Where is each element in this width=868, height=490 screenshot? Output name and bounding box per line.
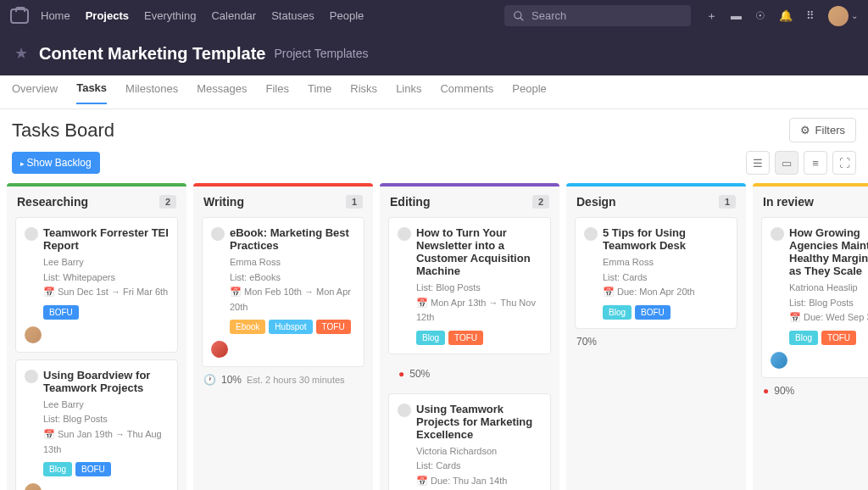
column-title: Writing xyxy=(203,195,244,209)
nav-everything[interactable]: Everything xyxy=(144,9,196,22)
column-count: 1 xyxy=(719,195,736,209)
column-in-review: In reviewHow Growing Agencies Maintain H… xyxy=(753,183,868,490)
avatar xyxy=(211,341,228,358)
card-title: Using Boardview for Teamwork Projects xyxy=(25,369,169,394)
column-editing: Editing2How to Turn Your Newsletter into… xyxy=(380,183,559,490)
card-title: 5 Tips for Using Teamwork Desk xyxy=(584,226,728,252)
task-card[interactable]: How Growing Agencies Maintain Healthy Ma… xyxy=(761,217,868,378)
column-progress: ●90% xyxy=(753,378,868,404)
column-header[interactable]: Writing1 xyxy=(193,187,373,217)
column-progress: ●50% xyxy=(388,361,551,387)
tab-overview[interactable]: Overview xyxy=(12,82,58,103)
card-meta: Victoria RichardsonList: Cards📅Due: Thu … xyxy=(398,444,542,489)
tag: Blog xyxy=(43,462,72,476)
tab-milestones[interactable]: Milestones xyxy=(125,82,178,103)
topbar-actions: ＋ ▬ ☉ 🔔 ⠿ ⌄ xyxy=(706,6,858,26)
task-card[interactable]: Using Boardview for Teamwork ProjectsLee… xyxy=(15,359,178,490)
card-tags: BlogBOFU xyxy=(25,462,169,476)
card-title: Teamwork Forrester TEI Report xyxy=(25,226,169,252)
column-writing: Writing1eBook: Marketing Best PracticesE… xyxy=(193,183,373,490)
filters-icon: ⚙ xyxy=(800,124,810,136)
column-header[interactable]: Editing2 xyxy=(380,187,559,217)
board-columns: Researching2Teamwork Forrester TEI Repor… xyxy=(0,183,868,490)
column-title: Design xyxy=(576,195,616,209)
card-tags: BlogBOFU xyxy=(584,305,728,320)
assignee-avatar-icon xyxy=(398,404,411,417)
column-researching: Researching2Teamwork Forrester TEI Repor… xyxy=(7,183,186,490)
svg-point-0 xyxy=(515,11,521,18)
task-card[interactable]: 5 Tips for Using Teamwork DeskEmma RossL… xyxy=(575,217,737,329)
tag: TOFU xyxy=(448,331,483,345)
column-title: In review xyxy=(763,195,814,209)
view-board-icon[interactable]: ▭ xyxy=(775,151,798,175)
nav-calendar[interactable]: Calendar xyxy=(211,9,256,22)
tab-messages[interactable]: Messages xyxy=(197,82,247,103)
nav-home[interactable]: Home xyxy=(41,9,70,22)
column-header[interactable]: Researching2 xyxy=(7,187,186,217)
tag: Blog xyxy=(416,331,445,345)
column-progress: 70% xyxy=(566,329,746,354)
show-backlog-button[interactable]: Show Backlog xyxy=(12,152,100,174)
column-count: 2 xyxy=(532,195,549,209)
assignee-avatar-icon xyxy=(25,227,38,241)
project-subtitle: Project Templates xyxy=(274,47,368,60)
tag: Ebook xyxy=(230,320,265,334)
tab-time[interactable]: Time xyxy=(308,82,331,103)
card-footer xyxy=(211,341,355,358)
user-menu[interactable]: ⌄ xyxy=(828,6,858,26)
card-tags: EbookHubspotTOFU xyxy=(211,320,355,334)
card-meta: Lee BarryList: Blog Posts📅Sun Jan 19th →… xyxy=(25,398,169,457)
top-nav: HomeProjectsEverythingCalendarStatusesPe… xyxy=(41,9,364,22)
folder-icon[interactable]: ▬ xyxy=(731,9,742,22)
assignee-avatar-icon xyxy=(211,227,225,241)
star-icon[interactable]: ★ xyxy=(12,44,31,63)
card-meta: Emma RossList: Cards📅Due: Mon Apr 20th xyxy=(584,255,728,300)
tag: BOFU xyxy=(635,305,670,320)
column-header[interactable]: Design1 xyxy=(566,187,746,217)
tag: BOFU xyxy=(75,462,111,476)
task-card[interactable]: How to Turn Your Newsletter into a Custo… xyxy=(388,217,551,354)
tab-files[interactable]: Files xyxy=(265,82,288,103)
search-input[interactable]: Search xyxy=(504,5,691,26)
filters-label: Filters xyxy=(815,124,845,136)
bell-icon[interactable]: 🔔 xyxy=(779,9,793,22)
task-card[interactable]: eBook: Marketing Best PracticesEmma Ross… xyxy=(202,217,364,367)
task-card[interactable]: Teamwork Forrester TEI ReportLee BarryLi… xyxy=(15,217,178,353)
tab-risks[interactable]: Risks xyxy=(350,82,377,103)
view-compact-icon[interactable]: ≡ xyxy=(804,151,827,175)
nav-statuses[interactable]: Statuses xyxy=(271,9,314,22)
column-design: Design15 Tips for Using Teamwork DeskEmm… xyxy=(566,183,746,490)
filters-button[interactable]: ⚙ Filters xyxy=(789,118,856,142)
tab-links[interactable]: Links xyxy=(396,82,421,103)
app-logo[interactable] xyxy=(10,8,29,24)
task-card[interactable]: Using Teamwork Projects for Marketing Ex… xyxy=(388,393,551,490)
card-footer xyxy=(25,326,169,343)
column-title: Researching xyxy=(17,195,88,209)
assignee-avatar-icon xyxy=(25,370,38,383)
tab-comments[interactable]: Comments xyxy=(440,82,493,103)
apps-icon[interactable]: ⠿ xyxy=(806,9,815,22)
nav-people[interactable]: People xyxy=(330,9,364,22)
tab-tasks[interactable]: Tasks xyxy=(76,81,107,104)
column-header[interactable]: In review xyxy=(753,187,868,217)
assignee-avatar-icon xyxy=(584,227,598,241)
avatar xyxy=(828,6,849,26)
card-tags: BOFU xyxy=(25,305,169,320)
nav-projects[interactable]: Projects xyxy=(86,9,129,22)
card-meta: List: Blog Posts📅Mon Apr 13th → Thu Nov … xyxy=(398,281,542,326)
tag: Blog xyxy=(789,331,818,345)
view-list-icon[interactable]: ☰ xyxy=(746,151,770,175)
view-switcher: ☰ ▭ ≡ ⛶ xyxy=(746,151,856,175)
topbar: HomeProjectsEverythingCalendarStatusesPe… xyxy=(0,0,868,31)
chat-icon[interactable]: ☉ xyxy=(755,9,765,22)
tab-people[interactable]: People xyxy=(512,82,546,103)
card-title: How to Turn Your Newsletter into a Custo… xyxy=(398,226,542,277)
card-meta: Katriona HeaslipList: Blog Posts📅Due: We… xyxy=(771,281,868,326)
plus-icon[interactable]: ＋ xyxy=(706,8,717,24)
chevron-down-icon: ⌄ xyxy=(851,11,858,20)
column-progress: 🕐10%Est. 2 hours 30 minutes xyxy=(193,367,373,393)
card-tags: BlogTOFU xyxy=(398,331,542,345)
card-footer xyxy=(25,483,169,490)
fullscreen-icon[interactable]: ⛶ xyxy=(832,151,856,175)
board-header: Tasks Board ⚙ Filters xyxy=(0,109,868,151)
